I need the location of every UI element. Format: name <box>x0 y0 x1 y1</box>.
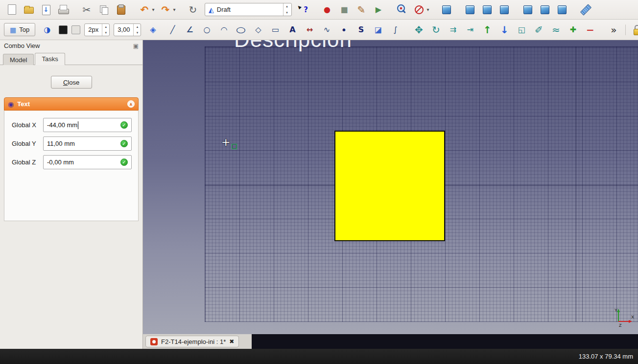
draft-shapestring-icon[interactable]: S <box>353 23 369 37</box>
field-value: -44,00 mm <box>47 121 77 129</box>
crosshair-cursor: + <box>221 137 230 148</box>
draft-downgrade-icon[interactable]: ↓ <box>496 23 512 37</box>
toolbar-separator <box>514 2 519 17</box>
paste-icon[interactable] <box>113 2 129 17</box>
draft-edit-icon[interactable]: ✐ <box>531 23 546 37</box>
cut-icon[interactable]: ✂ <box>79 2 95 17</box>
yellow-rectangle-object[interactable] <box>334 131 445 241</box>
draft-rotate-icon[interactable]: ↻ <box>428 23 444 37</box>
draw-style-dropdown-icon[interactable]: ▾ <box>425 2 431 17</box>
main-area: Combo View ▣ Model Tasks Close ◉ Text ∧ <box>0 40 638 349</box>
workbench-selector[interactable]: ◭ Draft ▴ ▾ <box>205 3 292 16</box>
view-right-icon[interactable] <box>496 2 512 17</box>
field-input[interactable]: -44,00 mm ✓ <box>43 118 132 132</box>
document-tab[interactable]: F2-T14-ejemplo-ini : 1* ✖ <box>145 336 239 347</box>
line-width-arrows[interactable]: ▴ ▾ <box>102 24 109 36</box>
draft-wire-icon[interactable]: ∠ <box>182 23 197 37</box>
refresh-icon[interactable]: ↻ <box>185 2 201 17</box>
axis-indicator: Y X Z <box>613 307 635 327</box>
spin-down-icon[interactable]: ▾ <box>102 30 109 36</box>
draft-wire-to-bspline-icon[interactable]: ≈ <box>548 23 564 37</box>
collapse-panel-icon[interactable]: ∧ <box>127 100 135 108</box>
macro-edit-icon[interactable]: ✎ <box>354 2 369 17</box>
view-rear-icon[interactable] <box>520 2 536 17</box>
undo-dropdown-icon[interactable]: ▾ <box>150 2 156 17</box>
toolbar-overflow-icon[interactable]: » <box>606 23 621 37</box>
tab-model[interactable]: Model <box>3 54 34 65</box>
toolbar-separator <box>72 2 77 17</box>
draft-offset-icon[interactable]: ⇉ <box>445 23 461 37</box>
view-axonometric-icon[interactable] <box>439 2 454 17</box>
open-folder-icon[interactable] <box>21 2 37 17</box>
measure-icon[interactable] <box>578 2 593 17</box>
close-document-icon[interactable]: ✖ <box>229 338 234 345</box>
draft-move-icon[interactable]: ✥ <box>411 23 426 37</box>
tab-tasks[interactable]: Tasks <box>35 53 65 65</box>
valid-check-icon: ✓ <box>120 121 128 129</box>
draft-text-icon[interactable]: A <box>284 23 300 37</box>
freecad-window: ↓✂↶▾↷▾↻ ◭ Draft ▴ ▾ ?●■✎▶▾ ▦ Top ◑ 2px ▴… <box>0 0 638 364</box>
draft-bspline-icon[interactable]: ∿ <box>319 23 334 37</box>
draft-upgrade-icon[interactable]: ↑ <box>479 23 495 37</box>
zoom-icon[interactable] <box>394 2 410 17</box>
spin-up-icon[interactable]: ▴ <box>102 24 109 30</box>
draft-scale-icon[interactable]: ◱ <box>514 23 529 37</box>
status-bar: 133.07 x 79.34 mm <box>0 349 638 364</box>
draft-ellipse-icon[interactable]: ○ <box>230 23 252 37</box>
draft-dimension-icon[interactable]: ↔ <box>302 23 317 37</box>
new-file-icon[interactable] <box>4 2 20 17</box>
draft-del-point-icon[interactable]: − <box>582 23 598 37</box>
toolbar-separator <box>130 2 135 17</box>
view-left-icon[interactable] <box>554 2 570 17</box>
view-front-icon[interactable] <box>462 2 478 17</box>
spin-up-icon[interactable]: ▴ <box>134 24 141 30</box>
font-size-arrows[interactable]: ▴ ▾ <box>133 24 141 36</box>
macro-stop-icon[interactable]: ■ <box>336 2 352 17</box>
redo-dropdown-icon[interactable]: ▾ <box>171 2 177 17</box>
field-input[interactable]: -0,00 mm ✓ <box>43 155 132 169</box>
face-color-swatch[interactable] <box>71 25 80 34</box>
view-bottom-icon[interactable] <box>537 2 553 17</box>
construction-mode-icon[interactable]: ◑ <box>39 23 55 37</box>
draft-text-task-icon: ◉ <box>8 100 14 108</box>
print-icon[interactable] <box>55 2 71 17</box>
save-icon[interactable]: ↓ <box>38 2 54 17</box>
dock-float-icon[interactable]: ▣ <box>133 43 139 49</box>
line-color-swatch[interactable] <box>59 25 68 34</box>
font-size-spinner[interactable]: 3,00 ▴ ▾ <box>114 23 141 36</box>
autogroup-icon[interactable]: ◈ <box>145 23 161 37</box>
line-width-spinner[interactable]: 2px ▴ ▾ <box>84 23 110 36</box>
draft-trimex-icon[interactable]: ⇥ <box>462 23 478 37</box>
draft-polygon-icon[interactable]: ◇ <box>250 23 266 37</box>
close-task-button[interactable]: Close <box>51 76 92 89</box>
field-label: Global Z <box>12 159 43 166</box>
macro-record-icon[interactable]: ● <box>319 2 335 17</box>
macro-view-group: ?●■✎▶▾ <box>296 2 593 17</box>
viewport-3d[interactable]: Descripción + Y X Z <box>143 40 638 334</box>
snap-lock-icon[interactable] <box>630 23 638 37</box>
view-top-icon[interactable] <box>479 2 495 17</box>
file-edit-group: ↓✂↶▾↷▾↻ <box>4 2 201 17</box>
task-panel-header[interactable]: ◉ Text ∧ <box>4 97 139 111</box>
whats-this-icon[interactable]: ? <box>296 2 311 17</box>
draft-add-point-icon[interactable]: ✚ <box>565 23 581 37</box>
working-plane-button[interactable]: ▦ Top <box>4 23 35 36</box>
toolbar-separator <box>388 2 393 17</box>
draft-tools-group: ╱∠○◠○◇▭A↔∿•S◪∫✥↻⇉⇥↑↓◱✐≈✚−» <box>165 23 638 37</box>
workbench-spinner[interactable]: ▴ ▾ <box>283 3 290 16</box>
draft-rectangle-icon[interactable]: ▭ <box>267 23 283 37</box>
macro-play-icon[interactable]: ▶ <box>371 2 386 17</box>
spin-up-icon[interactable]: ▴ <box>284 3 290 10</box>
draft-point-icon[interactable]: • <box>336 23 352 37</box>
draft-text-object[interactable]: Descripción <box>234 40 352 52</box>
text-task-panel: ◉ Text ∧ Global X -44,00 mm ✓ <box>4 97 139 221</box>
spin-down-icon[interactable]: ▾ <box>284 10 290 16</box>
draft-facebinder-icon[interactable]: ◪ <box>370 23 386 37</box>
field-input[interactable]: 11,00 mm ✓ <box>43 136 132 151</box>
draft-bezier-icon[interactable]: ∫ <box>387 23 403 37</box>
draft-circle-icon[interactable]: ○ <box>199 23 214 37</box>
tasks-panel-content: Close ◉ Text ∧ Global X -44,00 mm <box>0 65 142 349</box>
spin-down-icon[interactable]: ▾ <box>134 30 141 36</box>
draft-line-icon[interactable]: ╱ <box>165 23 180 37</box>
copy-icon[interactable] <box>96 2 112 17</box>
